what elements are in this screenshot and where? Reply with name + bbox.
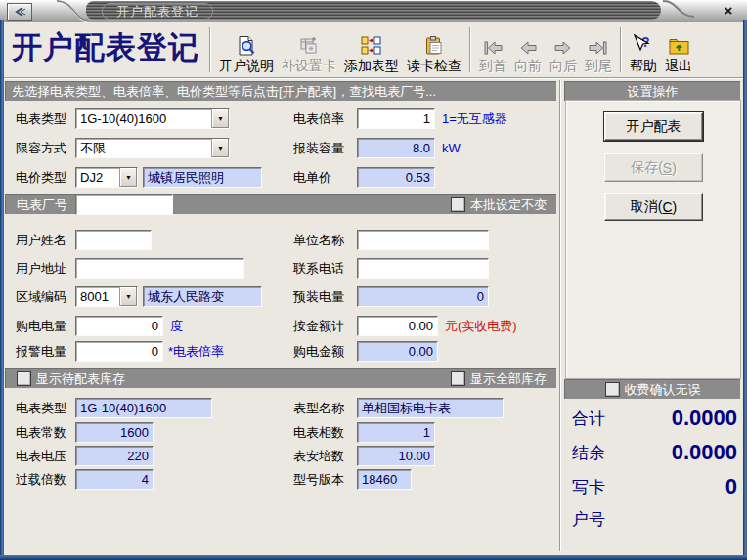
user-name-input[interactable] — [75, 230, 152, 250]
checkbox-box-icon — [451, 371, 465, 386]
window-logo-icon[interactable] — [7, 3, 32, 21]
model-name-label: 表型名称 — [293, 398, 344, 418]
meter-amperage-label: 表安培数 — [293, 446, 344, 466]
meter-ratio-label: 电表倍率 — [293, 108, 344, 129]
user-name-label: 用户姓名 — [16, 230, 66, 250]
toolbar-separator — [209, 27, 211, 72]
chevron-down-icon[interactable]: ▼ — [211, 109, 229, 128]
help-cursor-icon: ? — [632, 32, 655, 57]
capacity-label: 报装容量 — [293, 138, 344, 158]
next-record-icon — [551, 32, 575, 57]
purchase-energy-unit: 度 — [170, 316, 183, 336]
go-previous-button[interactable]: 向前 — [510, 24, 546, 75]
price-type-desc-field: 城镇居民照明 — [143, 167, 262, 188]
alarm-energy-label: 报警电量 — [16, 341, 66, 362]
clipboard-icon — [423, 32, 445, 57]
overload-factor-field: 4 — [75, 469, 154, 490]
org-name-input[interactable] — [357, 230, 489, 250]
alarm-energy-input[interactable]: 0 — [75, 341, 163, 362]
add-doc-icon — [360, 32, 383, 57]
show-pending-stock-checkbox[interactable]: 显示待配表库存 — [17, 370, 125, 388]
last-record-icon — [587, 32, 610, 57]
stock-meter-type-label: 电表类型 — [16, 398, 66, 418]
go-next-button[interactable]: 向后 — [546, 24, 581, 75]
chevron-down-icon[interactable]: ▼ — [211, 139, 229, 157]
stock-filter-bar: 显示待配表库存 显示全部库存 — [5, 368, 556, 388]
purchase-amount-label: 购电金额 — [293, 341, 344, 362]
purchase-amount-field: 0.00 — [357, 341, 438, 362]
toolbar-separator — [620, 27, 622, 72]
go-first-button[interactable]: 到首 — [475, 24, 510, 75]
capacity-field: 8.0 — [357, 138, 435, 158]
price-type-label: 电价类型 — [16, 167, 66, 188]
phone-label: 联系电话 — [293, 258, 344, 279]
preset-energy-field: 0 — [357, 286, 489, 307]
go-last-button[interactable]: 到尾 — [581, 24, 616, 75]
write-card-row: 写卡 0 — [572, 474, 737, 499]
batch-fixed-checkbox[interactable]: 本批设定不变 — [451, 196, 547, 214]
toolbar: 开户配表登记 开户说明 — [4, 22, 743, 78]
preset-energy-label: 预装电量 — [293, 286, 344, 307]
toolbar-separator — [469, 27, 471, 72]
instruction-bar: 先选择电表类型、电表倍率、电价类型等后点击[开户配表]，查找电表厂号... — [5, 81, 556, 101]
help-button[interactable]: ? 帮助 — [626, 24, 661, 75]
org-name-label: 单位名称 — [293, 230, 344, 250]
panel-header: 设置操作 — [564, 81, 740, 101]
price-type-select[interactable]: DJ2 ▼ — [75, 167, 138, 188]
previous-record-icon — [516, 32, 540, 57]
app-window: 开户配表登记 × 开户配表登记 — [0, 0, 747, 560]
vertical-divider — [559, 80, 561, 551]
title-bar[interactable]: 开户配表登记 × — [0, 0, 747, 22]
meter-ratio-note: 1=无互感器 — [442, 108, 507, 129]
unit-price-label: 电单价 — [293, 167, 331, 188]
save-button[interactable]: 保存(S) — [604, 153, 703, 182]
checkbox-box-icon — [451, 197, 465, 212]
checkbox-box-icon — [605, 382, 620, 397]
open-account-help-button[interactable]: 开户说明 — [215, 24, 278, 75]
meter-voltage-label: 电表电压 — [16, 446, 66, 466]
show-all-stock-checkbox[interactable]: 显示全部库存 — [451, 370, 547, 388]
meter-ratio-input[interactable]: 1 — [357, 108, 435, 129]
fee-confirm-checkbox[interactable]: 收费确认无误 — [605, 381, 701, 399]
exit-folder-icon — [668, 32, 690, 57]
close-icon[interactable]: × — [720, 2, 737, 19]
settings-panel-box — [565, 100, 741, 379]
exit-button[interactable]: 退出 — [661, 24, 696, 75]
area-code-desc-field: 城东人民路变 — [143, 286, 262, 307]
model-name-field: 单相国标电卡表 — [357, 398, 504, 418]
phone-input[interactable] — [357, 258, 489, 279]
account-no-row: 户号 — [572, 508, 737, 531]
stock-meter-type-field: 1G-10(40)1600 — [75, 398, 212, 418]
add-meter-type-button[interactable]: 添加表型 — [340, 24, 403, 75]
page-title: 开户配表登记 — [4, 27, 205, 72]
address-input[interactable] — [75, 258, 244, 279]
limit-mode-select[interactable]: 不限 ▼ — [75, 138, 230, 158]
balance-row: 结余 0.0000 — [572, 440, 737, 465]
title-bar-band: 开户配表登记 — [86, 1, 661, 20]
window-frame-left — [0, 20, 4, 560]
factory-no-input[interactable] — [75, 194, 173, 215]
area-code-select[interactable]: 8001 ▼ — [75, 286, 138, 307]
chevron-down-icon[interactable]: ▼ — [119, 168, 137, 187]
cancel-button[interactable]: 取消(C) — [604, 193, 703, 221]
overload-factor-label: 过载倍数 — [16, 469, 66, 490]
by-amount-label: 按金额计 — [293, 316, 344, 336]
chevron-down-icon[interactable]: ▼ — [119, 287, 137, 306]
capacity-unit: kW — [442, 138, 461, 158]
total-row: 合计 0.0000 — [572, 406, 737, 431]
assign-meter-button[interactable]: 开户配表 — [604, 112, 703, 141]
by-amount-note: 元(实收电费) — [445, 316, 517, 336]
titlebar-swoosh-right — [661, 0, 700, 22]
purchase-energy-input[interactable]: 0 — [75, 316, 163, 336]
supplement-card-button[interactable]: 补设置卡 — [278, 24, 340, 75]
area-code-label: 区域编码 — [16, 286, 66, 307]
model-version-field: 18460 — [357, 469, 412, 490]
by-amount-input[interactable]: 0.00 — [357, 316, 438, 336]
meter-constant-field: 1600 — [75, 422, 154, 443]
alarm-energy-note: *电表倍率 — [168, 341, 224, 362]
meter-type-label: 电表类型 — [16, 108, 66, 129]
meter-type-select[interactable]: 1G-10(40)1600 ▼ — [75, 108, 230, 129]
card-settings-icon — [298, 32, 320, 57]
read-card-check-button[interactable]: 读卡检查 — [403, 24, 465, 75]
meter-constant-label: 电表常数 — [16, 422, 66, 443]
